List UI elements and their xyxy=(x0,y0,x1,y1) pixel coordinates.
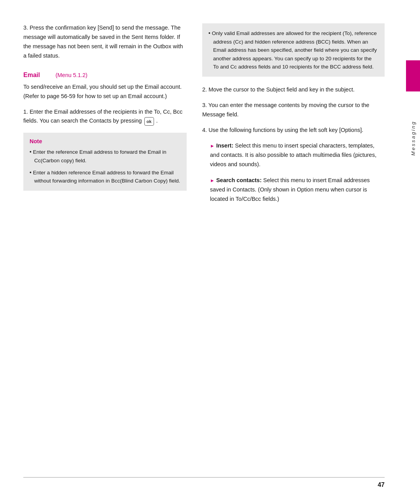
side-tab-text-container: Messaging xyxy=(406,60,420,185)
step-1-period: . xyxy=(155,118,158,124)
top-step-3-number: 3. xyxy=(23,25,30,31)
menu-ref: (Menu 5.1.2) xyxy=(56,72,88,78)
note-box: Note • Enter the reference Email address… xyxy=(23,133,187,190)
step-2-text: Move the cursor to the Subject field and… xyxy=(208,86,355,93)
step-1-number: 1. xyxy=(23,109,30,115)
option-search-contacts: ►Search contacts: Select this menu to in… xyxy=(210,176,385,204)
arrow-bullet-insert: ► xyxy=(210,143,215,149)
step-3-number: 3. xyxy=(202,102,208,108)
right-bullet-1: • xyxy=(208,30,212,36)
note-title: Note xyxy=(30,138,180,144)
insert-term: Insert: xyxy=(216,142,233,149)
note-item-1-text: Enter the reference Email address to for… xyxy=(33,149,166,163)
ok-button-icon: ok xyxy=(144,117,154,126)
step-3: 3. You can enter the message contents by… xyxy=(202,101,385,119)
top-step-3-text: Press the confirmation key [Send] to sen… xyxy=(23,25,183,59)
bottom-rule xyxy=(23,477,385,478)
option-insert: ►Insert: Select this menu to insert spec… xyxy=(210,141,385,169)
note-item-2-text: Enter a hidden reference Email address t… xyxy=(33,170,180,184)
step-1: 1. Enter the Email addresses of the reci… xyxy=(23,107,187,126)
insert-description: Select this menu to insert special chara… xyxy=(210,142,376,167)
step-1-text: Enter the Email addresses of the recipie… xyxy=(23,109,182,124)
step-4-number: 4. xyxy=(202,127,208,133)
left-column: 3. Press the confirmation key [Send] to … xyxy=(23,23,187,481)
right-note-item-1: • Only valid Email addresses are allowed… xyxy=(208,29,378,71)
step-2: 2. Move the cursor to the Subject field … xyxy=(202,85,385,95)
step-3-text: You can enter the message contents by mo… xyxy=(202,102,369,118)
email-heading: Email xyxy=(23,72,40,79)
email-intro: To send/receive an Email, you should set… xyxy=(23,83,187,101)
top-step-3: 3. Press the confirmation key [Send] to … xyxy=(23,23,187,61)
note-item-2: • Enter a hidden reference Email address… xyxy=(30,168,180,185)
step-4-text: Use the following functions by using the… xyxy=(208,127,363,133)
email-heading-row: Email (Menu 5.1.2) xyxy=(23,72,187,79)
bullet-2: • xyxy=(30,169,33,176)
two-column-layout: 3. Press the confirmation key [Send] to … xyxy=(23,23,385,481)
page-container: Messaging 3. Press the confirmation key … xyxy=(0,0,420,504)
bullet-1: • xyxy=(30,149,33,155)
right-note-item-1-text: Only valid Email addresses are allowed f… xyxy=(212,30,377,70)
side-tab-label: Messaging xyxy=(410,121,416,156)
page-number: 47 xyxy=(378,481,385,488)
search-contacts-term: Search contacts: xyxy=(216,177,262,183)
arrow-bullet-search: ► xyxy=(210,178,215,183)
step-4: 4. Use the following functions by using … xyxy=(202,126,385,135)
note-item-1: • Enter the reference Email address to f… xyxy=(30,148,180,165)
right-column: • Only valid Email addresses are allowed… xyxy=(202,23,385,481)
step-2-number: 2. xyxy=(202,86,208,93)
side-tab: Messaging xyxy=(406,0,420,504)
main-content: 3. Press the confirmation key [Send] to … xyxy=(0,0,406,504)
right-note-box: • Only valid Email addresses are allowed… xyxy=(202,23,385,77)
